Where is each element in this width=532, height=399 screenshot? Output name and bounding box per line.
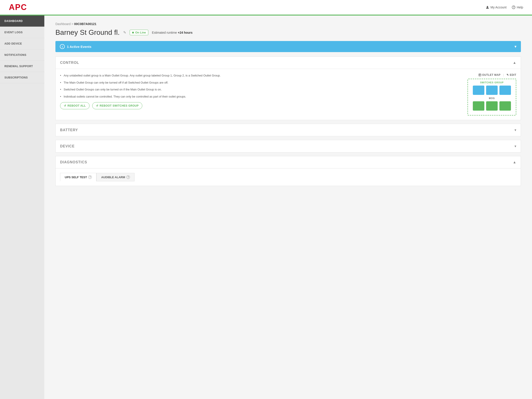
outlet-map-icon [479, 74, 481, 76]
status-label: On Line [135, 31, 146, 34]
battery-section-title: BATTERY [60, 128, 78, 132]
svg-text:?: ? [513, 6, 514, 9]
help-link[interactable]: ? Help [512, 6, 523, 9]
switches-outlet-row [470, 86, 514, 95]
diagnostics-section-body: UPS SELF TEST ? AUDIBLE ALARM ? [56, 168, 521, 186]
control-content: Any unlabelled outlet group is a Main Ou… [60, 73, 516, 115]
runtime-text: Estimated runtime +24 hours [152, 31, 192, 34]
page-title: Barney St Ground fl. [55, 28, 120, 37]
edit-link[interactable]: ✎ EDIT [507, 73, 516, 76]
diagnostics-section-chevron-icon: ▲ [513, 160, 516, 164]
sidebar-item-notifications[interactable]: NOTIFICATIONS [0, 50, 44, 61]
tab-ups-self-test-label: UPS SELF TEST [65, 176, 87, 179]
device-section: DEVICE ▾ [55, 140, 521, 152]
switches-outlet-1[interactable] [473, 86, 484, 95]
my-account-link[interactable]: My Account [486, 6, 507, 9]
diagnostics-section: DIAGNOSTICS ▲ UPS SELF TEST ? AUDIBLE AL… [55, 156, 521, 186]
tab-ups-self-test[interactable]: UPS SELF TEST ? [60, 173, 96, 181]
control-section: CONTROL ▲ Any unlabelled outlet group is… [55, 57, 521, 120]
mog-outlet-2[interactable] [486, 101, 498, 111]
outlet-map: SWITCHES GROUP MOG [468, 79, 516, 115]
status-dot [132, 32, 134, 33]
diagnostics-section-header[interactable]: DIAGNOSTICS ▲ [56, 156, 521, 168]
active-events-label: 1 Active Events [67, 45, 91, 49]
active-events-left: i 1 Active Events [60, 44, 91, 49]
control-bullet-list: Any unlabelled outlet group is a Main Ou… [60, 73, 461, 99]
sidebar-item-event-logs[interactable]: EVENT LOGS [0, 27, 44, 38]
control-right: OUTLET MAP | ✎ EDIT SWITCHES GROUP [468, 73, 516, 115]
sidebar-item-renewal-support[interactable]: RENEWAL SUPPORT [0, 61, 44, 72]
audible-alarm-help-icon[interactable]: ? [126, 175, 130, 179]
my-account-label: My Account [491, 6, 507, 9]
reboot-all-icon: ↺ [64, 104, 66, 107]
bullet-item-3: Switched Outlet Groups can only be turne… [60, 87, 461, 92]
bullet-item-4: Individual outlets cannot be controlled.… [60, 95, 461, 99]
mog-label: MOG [470, 97, 514, 100]
page-title-row: Barney St Ground fl. ✎ On Line Estimated… [55, 28, 521, 37]
sidebar-item-dashboard[interactable]: DASHBOARD [0, 16, 44, 27]
tab-audible-alarm[interactable]: AUDIBLE ALARM ? [96, 173, 134, 181]
outlet-actions: OUTLET MAP | ✎ EDIT [468, 73, 516, 76]
control-section-header[interactable]: CONTROL ▲ [56, 57, 521, 69]
control-section-chevron-icon: ▲ [513, 61, 516, 65]
svg-rect-3 [479, 74, 481, 76]
control-section-body: Any unlabelled outlet group is a Main Ou… [56, 69, 521, 120]
device-section-header[interactable]: DEVICE ▾ [56, 140, 521, 152]
main-layout: DASHBOARD EVENT LOGS ADD DEVICE NOTIFICA… [0, 16, 532, 399]
device-section-title: DEVICE [60, 144, 75, 148]
diagnostics-tabs: UPS SELF TEST ? AUDIBLE ALARM ? [60, 173, 516, 181]
person-icon [486, 6, 489, 9]
ups-self-test-help-icon[interactable]: ? [88, 175, 92, 179]
switches-outlet-3[interactable] [500, 86, 511, 95]
diagnostics-section-title: DIAGNOSTICS [60, 160, 87, 164]
edit-pencil-icon: ✎ [507, 73, 509, 76]
help-label: Help [517, 6, 523, 9]
device-section-chevron-icon: ▾ [514, 144, 516, 148]
switches-group-label: SWITCHES GROUP [470, 81, 514, 84]
apc-logo: APC [9, 3, 27, 12]
active-events-bar[interactable]: i 1 Active Events ▾ [55, 41, 521, 52]
control-section-title: CONTROL [60, 61, 79, 65]
reboot-all-button[interactable]: ↺ REBOOT ALL [60, 102, 89, 109]
outlet-map-link[interactable]: OUTLET MAP [479, 73, 500, 76]
battery-section-chevron-icon: ▾ [514, 128, 516, 132]
battery-section-header[interactable]: BATTERY ▾ [56, 124, 521, 136]
svg-point-0 [487, 6, 488, 7]
battery-section: BATTERY ▾ [55, 124, 521, 136]
sidebar-item-subscriptions[interactable]: SUBSCRIPTIONS [0, 72, 44, 83]
sidebar: DASHBOARD EVENT LOGS ADD DEVICE NOTIFICA… [0, 16, 44, 399]
breadcrumb: Dashboard > 00C0B7A00121 [55, 22, 521, 26]
header-right: My Account ? Help [486, 6, 523, 9]
breadcrumb-parent: Dashboard [55, 22, 71, 26]
sidebar-item-add-device[interactable]: ADD DEVICE [0, 38, 44, 50]
outlet-divider: | [503, 73, 504, 76]
reboot-switches-button[interactable]: ↺ REBOOT SWITCHES GROUP [92, 102, 142, 109]
info-circle-icon: i [60, 44, 65, 49]
mog-outlet-1[interactable] [473, 101, 484, 111]
control-btn-row: ↺ REBOOT ALL ↺ REBOOT SWITCHES GROUP [60, 102, 461, 109]
help-icon: ? [512, 6, 515, 9]
reboot-switches-icon: ↺ [96, 104, 98, 107]
tab-audible-alarm-label: AUDIBLE ALARM [101, 176, 125, 179]
bullet-item-2: The Main Outlet Group can only be turned… [60, 81, 461, 85]
switches-outlet-2[interactable] [486, 86, 498, 95]
top-header: APC My Account ? Help [0, 0, 532, 16]
breadcrumb-separator: > [71, 22, 74, 26]
active-events-chevron-icon: ▾ [514, 44, 516, 49]
breadcrumb-current: 00C0B7A00121 [74, 22, 96, 26]
control-left: Any unlabelled outlet group is a Main Ou… [60, 73, 461, 109]
mog-outlet-3[interactable] [500, 101, 511, 111]
main-content: Dashboard > 00C0B7A00121 Barney St Groun… [44, 16, 532, 399]
status-badge: On Line [130, 30, 148, 35]
mog-outlet-row [470, 101, 514, 111]
edit-device-icon[interactable]: ✎ [123, 30, 126, 35]
bullet-item-1: Any unlabelled outlet group is a Main Ou… [60, 73, 461, 78]
